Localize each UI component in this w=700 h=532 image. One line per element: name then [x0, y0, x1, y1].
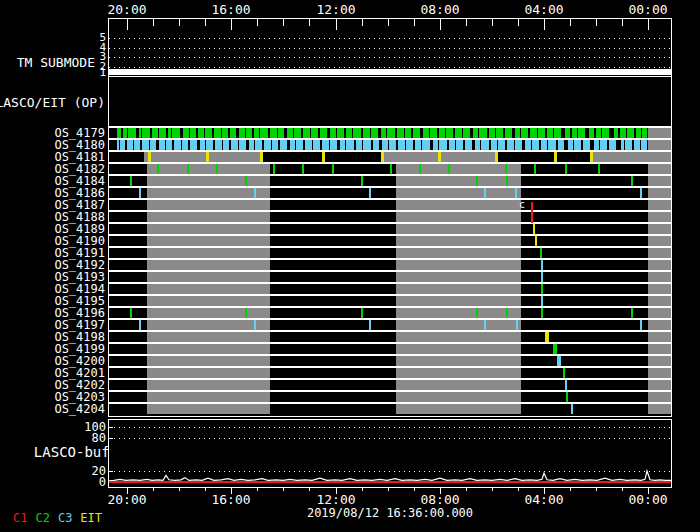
time-label-top: 16:00 — [209, 2, 253, 17]
time-label-bottom: 08:00 — [418, 492, 462, 507]
bar-gap — [344, 128, 346, 138]
bar-gap — [189, 128, 190, 138]
bar-gap — [171, 128, 172, 138]
gray-band — [396, 224, 521, 234]
gray-band — [396, 212, 521, 222]
bar-gap — [497, 140, 498, 150]
major-tick-top — [648, 19, 649, 30]
minor-tick-top — [622, 19, 623, 26]
buffer-chart-canvas — [109, 420, 671, 487]
legend-c2: C2 — [35, 511, 49, 525]
bar-gap — [577, 128, 578, 138]
minor-tick-top — [596, 19, 597, 26]
obs-tick — [139, 188, 141, 198]
bar-gap — [196, 128, 198, 138]
major-tick-bottom — [336, 488, 337, 494]
tm-submode-panel-label: TM SUBMODE — [17, 55, 95, 70]
bar-gap — [229, 140, 231, 150]
gray-band — [590, 152, 671, 162]
minor-tick-top — [414, 19, 415, 26]
panel-os-rows: c — [108, 127, 672, 417]
buffer-y-label: 0 — [76, 476, 106, 488]
gray-band — [396, 272, 521, 282]
minor-tick-top — [179, 19, 180, 26]
minor-tick-top — [283, 19, 284, 26]
obs-tick — [369, 320, 371, 330]
bar-gap — [197, 140, 200, 150]
time-label-bottom: 00:00 — [626, 492, 670, 507]
gray-band — [648, 308, 671, 318]
telemetry-timeline-plot: TM SUBMODE LASCO/EIT (OP) LASCO-buffer 2… — [0, 0, 700, 532]
bar-gap — [238, 140, 239, 150]
bar-gap — [556, 140, 558, 150]
bar-gap — [180, 128, 183, 138]
bar-gap — [136, 128, 139, 138]
gray-band — [147, 272, 270, 282]
gray-band — [396, 284, 521, 294]
obs-tick — [590, 152, 593, 162]
bar-gap — [453, 128, 455, 138]
bar-gap — [303, 140, 305, 150]
bar-gap — [166, 128, 168, 138]
bar-gap — [478, 128, 479, 138]
gray-band — [147, 332, 270, 342]
obs-tick — [448, 164, 450, 174]
bar-gap — [345, 140, 346, 150]
gray-band — [648, 224, 671, 234]
major-tick-top — [127, 19, 128, 30]
major-tick-top — [544, 19, 545, 30]
obs-tick — [419, 164, 421, 174]
obs-tick — [254, 320, 256, 330]
minor-tick-top — [362, 19, 363, 26]
bar-gap — [599, 140, 600, 150]
bar-gap — [245, 128, 246, 138]
gray-band — [147, 308, 270, 318]
gray-band — [147, 236, 270, 246]
minor-tick-bottom — [414, 488, 415, 491]
bar-gap — [522, 140, 525, 150]
timestamp-label: 2019/08/12 16:36:00.000 — [290, 506, 490, 520]
tm-gridline — [109, 57, 671, 58]
bar-gap — [371, 140, 373, 150]
obs-tick — [369, 188, 371, 198]
bar-gap — [503, 128, 505, 138]
obs-tick — [273, 164, 275, 174]
bar-gap — [133, 140, 134, 150]
minor-tick-bottom — [466, 488, 467, 491]
gray-band — [147, 368, 270, 378]
bar-gap — [632, 140, 634, 150]
obs-tick — [505, 164, 507, 174]
bar-gap — [121, 128, 123, 138]
gray-band — [396, 176, 521, 186]
gray-band — [396, 356, 521, 366]
bar-gap — [337, 140, 340, 150]
time-label-top: 12:00 — [314, 2, 358, 17]
gray-band — [648, 392, 671, 402]
bar-gap — [514, 140, 515, 150]
gray-band — [648, 128, 671, 138]
gray-band — [147, 296, 270, 306]
gray-band — [648, 188, 671, 198]
bar-gap — [430, 140, 433, 150]
gray-band — [396, 164, 521, 174]
obs-tick — [381, 152, 384, 162]
obs-tick — [495, 152, 498, 162]
minor-tick-bottom — [622, 488, 623, 491]
obs-tick — [535, 236, 537, 246]
gray-band — [648, 236, 671, 246]
minor-tick-top — [492, 19, 493, 26]
bar-gap — [447, 140, 449, 150]
bar-gap — [212, 128, 214, 138]
bar-gap — [445, 128, 446, 138]
bar-gap — [310, 128, 311, 138]
gray-band — [396, 368, 521, 378]
gray-band — [396, 260, 521, 270]
gray-band — [147, 200, 270, 210]
time-label-top: 00:00 — [626, 2, 670, 17]
gray-band — [147, 284, 270, 294]
bar-gap — [278, 140, 280, 150]
minor-tick-bottom — [388, 488, 389, 491]
bar-gap — [528, 128, 530, 138]
bar-gap — [236, 128, 239, 138]
gray-band — [396, 188, 521, 198]
